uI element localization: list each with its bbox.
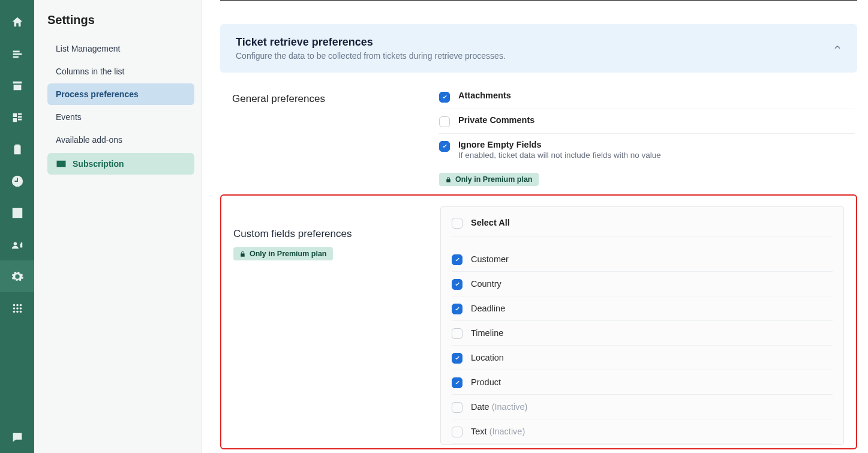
fields-icon bbox=[11, 111, 24, 124]
ignore-empty-label: Ignore Empty Fields bbox=[458, 140, 661, 149]
svg-point-5 bbox=[19, 307, 22, 310]
svg-point-7 bbox=[16, 310, 19, 313]
subscription-label: Subscription bbox=[73, 159, 124, 169]
option-ignore-empty[interactable]: Ignore Empty Fields If enabled, ticket d… bbox=[439, 134, 855, 166]
custom-field-checkbox[interactable] bbox=[452, 377, 462, 388]
rail-clipboard[interactable] bbox=[0, 133, 34, 165]
rail-users[interactable] bbox=[0, 229, 34, 260]
apps-icon bbox=[11, 302, 24, 315]
custom-field-checkbox[interactable] bbox=[452, 402, 462, 413]
attachments-label: Attachments bbox=[458, 91, 511, 100]
custom-field-checkbox[interactable] bbox=[452, 328, 462, 339]
custom-field-label: Deadline bbox=[471, 304, 505, 313]
panel-title: Ticket retrieve preferences bbox=[236, 36, 506, 49]
home-icon bbox=[11, 16, 24, 29]
custom-field-row[interactable]: Date (Inactive) bbox=[452, 395, 833, 419]
custom-field-row[interactable]: Deadline bbox=[452, 296, 833, 321]
custom-field-label: Timeline bbox=[471, 328, 503, 338]
rail-fields[interactable] bbox=[0, 101, 34, 133]
attachments-checkbox[interactable] bbox=[439, 92, 450, 103]
select-all-checkbox[interactable] bbox=[452, 218, 462, 229]
sidebar-item-columns[interactable]: Columns in the list bbox=[47, 61, 194, 82]
custom-fields-panel: Select All Customer Country Deadline Tim… bbox=[440, 206, 844, 445]
svg-point-2 bbox=[19, 304, 22, 306]
svg-point-4 bbox=[16, 307, 19, 310]
lock-icon bbox=[239, 250, 246, 258]
custom-field-checkbox[interactable] bbox=[452, 353, 462, 364]
custom-field-label: Country bbox=[471, 279, 501, 289]
lock-icon bbox=[445, 176, 452, 184]
menu-icon bbox=[11, 47, 24, 61]
credit-card-icon bbox=[56, 160, 67, 168]
sidebar-item-addons[interactable]: Available add-ons bbox=[47, 129, 194, 151]
private-comments-label: Private Comments bbox=[458, 115, 534, 125]
option-attachments[interactable]: Attachments bbox=[439, 85, 855, 109]
clock-icon bbox=[11, 175, 24, 188]
rail-settings[interactable] bbox=[0, 260, 34, 292]
sidebar-item-subscription[interactable]: Subscription bbox=[47, 153, 194, 175]
option-private-comments[interactable]: Private Comments bbox=[439, 109, 855, 134]
chart-icon bbox=[11, 206, 24, 220]
rail-apps[interactable] bbox=[0, 292, 34, 324]
custom-field-checkbox[interactable] bbox=[452, 304, 462, 314]
sidebar-item-list-management[interactable]: List Management bbox=[47, 38, 194, 59]
main-content: Ticket retrieve preferences Configure th… bbox=[202, 0, 868, 453]
clipboard-icon bbox=[11, 143, 24, 156]
custom-fields-section: Custom fields preferences Only in Premiu… bbox=[220, 194, 857, 449]
general-title: General preferences bbox=[232, 93, 439, 105]
svg-point-6 bbox=[13, 310, 15, 313]
custom-field-label: Date (Inactive) bbox=[471, 402, 527, 412]
svg-point-3 bbox=[13, 307, 15, 310]
rail-schedule[interactable] bbox=[0, 165, 34, 197]
svg-point-0 bbox=[13, 304, 15, 306]
custom-field-checkbox[interactable] bbox=[452, 254, 462, 265]
custom-field-row[interactable]: Customer bbox=[452, 247, 833, 272]
top-divider bbox=[220, 0, 857, 1]
premium-badge-custom: Only in Premium plan bbox=[233, 247, 333, 260]
panel-subtitle: Configure the data to be collected from … bbox=[236, 51, 506, 61]
select-all-label: Select All bbox=[471, 218, 510, 227]
custom-field-label: Customer bbox=[471, 254, 509, 264]
custom-field-row[interactable]: Text (Inactive) bbox=[452, 419, 833, 444]
custom-field-label: Location bbox=[471, 353, 504, 362]
custom-field-row[interactable]: Product bbox=[452, 370, 833, 395]
users-lock-icon bbox=[11, 238, 24, 251]
custom-field-checkbox[interactable] bbox=[452, 427, 462, 437]
rail-archive[interactable] bbox=[0, 70, 34, 101]
select-all-row[interactable]: Select All bbox=[452, 207, 833, 236]
custom-field-list: Customer Country Deadline Timeline Locat… bbox=[452, 247, 833, 444]
custom-field-row[interactable]: Location bbox=[452, 346, 833, 370]
general-preferences-section: General preferences Attachments Private … bbox=[220, 73, 857, 186]
rail-home[interactable] bbox=[0, 6, 34, 38]
custom-field-row[interactable]: Timeline bbox=[452, 321, 833, 346]
svg-point-8 bbox=[19, 310, 22, 313]
settings-sidebar: Settings List Management Columns in the … bbox=[34, 0, 202, 453]
icon-rail bbox=[0, 0, 34, 453]
custom-title: Custom fields preferences bbox=[233, 206, 440, 240]
chevron-up-icon[interactable] bbox=[833, 43, 842, 53]
ignore-empty-desc: If enabled, ticket data will not include… bbox=[458, 151, 661, 160]
custom-field-label: Text (Inactive) bbox=[471, 427, 525, 436]
custom-field-label: Product bbox=[471, 377, 501, 387]
sidebar-item-process-preferences[interactable]: Process preferences bbox=[47, 83, 194, 105]
sidebar-item-events[interactable]: Events bbox=[47, 106, 194, 128]
rail-chat[interactable] bbox=[0, 421, 34, 453]
custom-field-row[interactable]: Country bbox=[452, 272, 833, 296]
page-title: Settings bbox=[47, 13, 194, 27]
chat-icon bbox=[11, 431, 24, 444]
gear-icon bbox=[11, 270, 24, 283]
archive-icon bbox=[11, 79, 24, 92]
ignore-empty-checkbox[interactable] bbox=[439, 141, 450, 152]
private-comments-checkbox[interactable] bbox=[439, 116, 450, 127]
rail-analytics[interactable] bbox=[0, 197, 34, 229]
custom-field-checkbox[interactable] bbox=[452, 279, 462, 290]
rail-menu[interactable] bbox=[0, 38, 34, 70]
svg-point-1 bbox=[16, 304, 19, 306]
panel-header[interactable]: Ticket retrieve preferences Configure th… bbox=[220, 24, 857, 73]
premium-badge: Only in Premium plan bbox=[439, 173, 539, 186]
